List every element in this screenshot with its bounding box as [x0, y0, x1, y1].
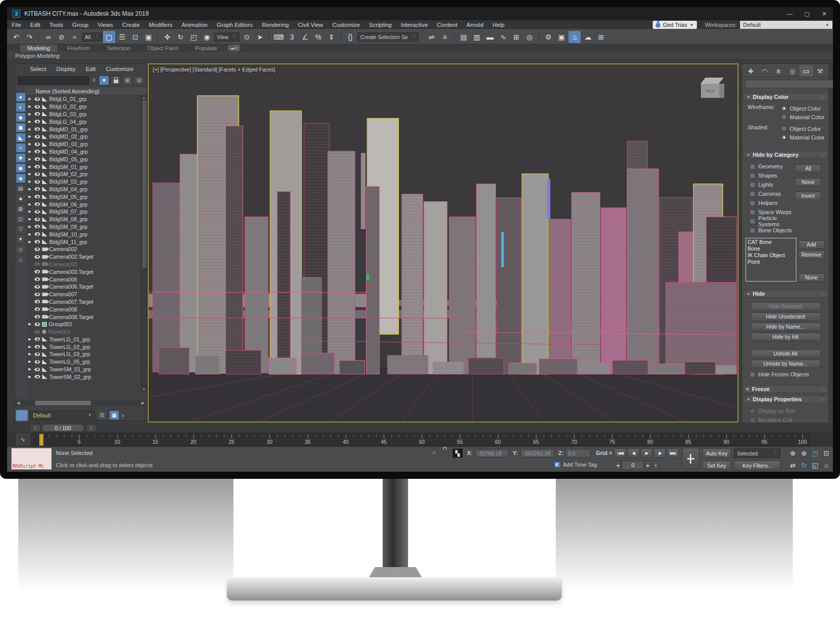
display-tab[interactable]: ▭: [799, 65, 813, 77]
freeze-rollout-header[interactable]: ▶Freeze▪▪: [744, 385, 827, 393]
explorer-menu-display[interactable]: Display: [52, 66, 80, 72]
expand-icon[interactable]: ▶: [28, 360, 32, 364]
menu-views[interactable]: Views: [93, 20, 117, 29]
time-slider-handle[interactable]: [39, 434, 44, 446]
display-bones-icon[interactable]: ◉: [16, 163, 26, 173]
invert-button[interactable]: Invert: [795, 192, 821, 200]
nav-extra-icon[interactable]: ⌂: [821, 460, 831, 470]
list-item[interactable]: ▶BldgSM_11_grp: [26, 238, 147, 245]
time-slider[interactable]: 0510152025303540455055606570758085909510…: [33, 433, 810, 446]
list-item[interactable]: Camera002: [26, 245, 147, 253]
next-frame-button[interactable]: |▶: [654, 448, 666, 458]
unlink-icon[interactable]: ⊘: [55, 31, 68, 43]
expand-icon[interactable]: ▶: [28, 172, 32, 176]
visibility-eye-icon[interactable]: [35, 293, 40, 296]
list-item[interactable]: ▶BldgSM_06_grp: [26, 200, 147, 208]
select-by-name-icon[interactable]: ☰: [116, 31, 128, 43]
expand-tree-icon[interactable]: ⊞: [122, 76, 132, 85]
expand-icon[interactable]: ▶: [28, 217, 32, 221]
menu-file[interactable]: File: [7, 20, 26, 29]
overflow-chevron-icon[interactable]: »: [121, 412, 125, 419]
minimize-button[interactable]: —: [781, 7, 798, 20]
explorer-mode-button[interactable]: [16, 410, 28, 421]
list-item[interactable]: ▶BldgSM_08_grp: [26, 216, 147, 223]
add-button[interactable]: Add: [798, 240, 825, 249]
checkbox-icon[interactable]: [750, 228, 755, 233]
display-helpers-icon[interactable]: ≈: [16, 143, 26, 153]
visibility-eye-icon[interactable]: [35, 270, 40, 273]
visibility-eye-icon[interactable]: [35, 195, 40, 198]
expand-icon[interactable]: ▶: [28, 120, 32, 124]
visibility-eye-icon[interactable]: [35, 345, 40, 348]
expand-icon[interactable]: ▶: [28, 97, 32, 101]
visibility-eye-icon[interactable]: [35, 285, 40, 289]
utilities-tab[interactable]: ⚒: [814, 65, 827, 77]
go-to-start-button[interactable]: |◀◀: [614, 448, 626, 458]
explorer-vertical-scrollbar[interactable]: ▲ ▼: [141, 95, 147, 392]
radio-icon[interactable]: [781, 106, 787, 111]
ribbon-tab-modeling[interactable]: Modeling: [20, 45, 57, 52]
visibility-eye-icon[interactable]: [35, 218, 40, 221]
list-item[interactable]: ▶TowerLG_03_grp: [26, 350, 147, 358]
auto-key-button[interactable]: Auto Key: [702, 448, 731, 458]
ribbon-panel[interactable]: Polygon Modeling: [7, 52, 833, 60]
display-lights-icon[interactable]: ▣: [16, 123, 26, 132]
menu-edit[interactable]: Edit: [26, 20, 45, 29]
visibility-eye-icon[interactable]: [35, 105, 40, 109]
display-spacewarps-icon[interactable]: ✚: [16, 153, 26, 163]
window-crossing-icon[interactable]: ▣: [143, 31, 155, 43]
display-shapes-icon[interactable]: ◆: [16, 113, 26, 122]
select-manipulate-icon[interactable]: ➤: [254, 31, 266, 43]
list-item[interactable]: Camera006.Target: [26, 283, 147, 291]
remove-button[interactable]: Remove: [798, 251, 825, 259]
unhide-allbutton[interactable]: Unhide All: [751, 349, 821, 358]
snap-toggle-icon[interactable]: 3: [286, 31, 298, 43]
expand-icon[interactable]: ▶: [28, 142, 32, 146]
current-frame-field[interactable]: 0: [622, 461, 644, 470]
curve-editor-icon[interactable]: ∿: [497, 31, 509, 43]
viewport-label[interactable]: [+] [Perspective] [Standard] [Facets + E…: [153, 66, 275, 73]
visibility-eye-icon[interactable]: [35, 337, 40, 341]
select-object-icon[interactable]: ▢: [103, 31, 115, 43]
align-icon[interactable]: ≡: [439, 31, 451, 43]
visibility-eye-icon[interactable]: [35, 248, 40, 251]
display-all-icon[interactable]: ●: [16, 92, 26, 102]
radio-icon[interactable]: [781, 114, 787, 120]
expand-icon[interactable]: ▶: [28, 375, 32, 379]
scrollbar-thumb[interactable]: [35, 401, 91, 405]
maximize-button[interactable]: ▢: [798, 7, 816, 20]
scroll-left-icon[interactable]: ◀: [17, 401, 20, 405]
display-color-rollout-header[interactable]: ▼Display Color▪▪: [744, 93, 827, 101]
none-button[interactable]: None: [798, 273, 825, 282]
shaded-option[interactable]: Object Color: [781, 124, 824, 133]
list-item[interactable]: ▶TowerLG_05_grp: [26, 358, 147, 366]
select-rotate-icon[interactable]: ↻: [175, 31, 187, 43]
spinner-snap-icon[interactable]: ⇕: [325, 31, 338, 43]
scroll-up-icon[interactable]: ▲: [142, 96, 146, 99]
edit-named-sets-icon[interactable]: {}: [344, 31, 356, 43]
hierarchy-tab[interactable]: ⋔: [772, 65, 785, 77]
list-item[interactable]: ▶BldgSM_02_grp: [26, 170, 147, 178]
maxscript-mini-listener[interactable]: MAXScript Mi: [11, 448, 52, 470]
viewcube-side-face[interactable]: [719, 84, 724, 98]
object-name-field[interactable]: [745, 80, 833, 88]
next-frame-button[interactable]: ›: [86, 424, 96, 432]
category-checkbox-lights[interactable]: Lights: [746, 180, 795, 189]
expand-icon[interactable]: ▶: [28, 367, 32, 371]
hide-by-name-button[interactable]: Hide by Name...: [751, 323, 821, 331]
expand-icon[interactable]: ▶: [28, 150, 32, 154]
menu-tools[interactable]: Tools: [45, 20, 68, 29]
visibility-eye-icon[interactable]: [35, 150, 40, 153]
explorer-column-header[interactable]: Name (Sorted Ascending): [26, 87, 147, 95]
expand-icon[interactable]: ▶: [28, 209, 32, 214]
render-production-icon[interactable]: ♨: [568, 31, 581, 43]
explorer-view-icon[interactable]: ▦: [109, 410, 119, 420]
visibility-eye-icon[interactable]: [35, 323, 40, 326]
expand-icon[interactable]: ▶: [28, 240, 32, 244]
display-materials-icon[interactable]: ▤: [16, 184, 26, 193]
visibility-eye-icon[interactable]: [35, 232, 40, 236]
ribbon-tab-freeform[interactable]: Freeform: [60, 45, 97, 52]
display-geometry-icon[interactable]: ◐: [16, 102, 26, 112]
scrollbar-thumb[interactable]: [142, 100, 147, 268]
workspace-selector[interactable]: Default ▼: [740, 21, 832, 29]
